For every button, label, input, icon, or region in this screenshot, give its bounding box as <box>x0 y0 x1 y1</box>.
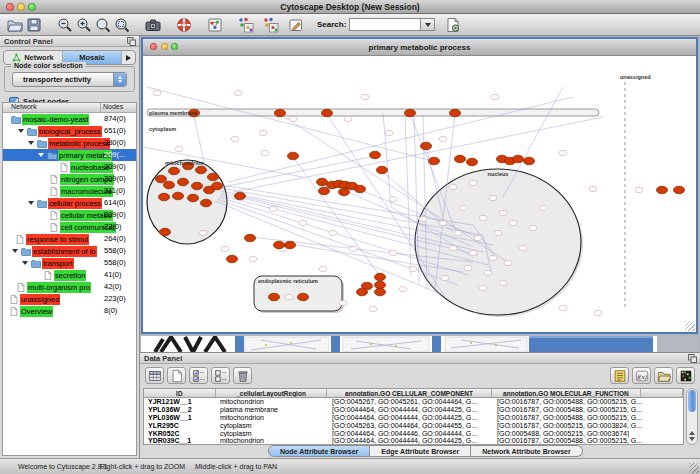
tree-row[interactable]: nitrogen compo209(0) <box>3 173 136 185</box>
selected-network-node[interactable] <box>375 281 386 289</box>
network-node[interactable] <box>441 275 449 280</box>
tree-row[interactable]: multi-organism pro42(0) <box>3 281 136 293</box>
selected-network-node[interactable] <box>285 241 296 249</box>
tree-expand-arrow-icon[interactable] <box>22 261 28 265</box>
zoom-fit-icon[interactable] <box>93 15 112 34</box>
selected-network-node[interactable] <box>421 142 432 150</box>
tree-row[interactable]: nucleobase-209(0) <box>3 161 136 173</box>
tree-row[interactable]: metabolic process280(0) <box>3 137 136 149</box>
network-node[interactable] <box>175 146 183 151</box>
selected-network-node[interactable] <box>275 109 286 117</box>
column-header[interactable]: ID <box>144 389 216 397</box>
search-dropdown-button[interactable] <box>421 18 435 31</box>
tree-row[interactable]: primary metabo209(... <box>3 149 136 161</box>
network-node[interactable] <box>594 310 602 315</box>
selected-network-node[interactable] <box>196 166 207 174</box>
tab-overflow-arrow[interactable] <box>122 51 135 64</box>
selected-network-node[interactable] <box>375 273 386 281</box>
selected-network-node[interactable] <box>245 234 256 242</box>
tree-row[interactable]: response to stimul264(0) <box>3 233 136 245</box>
tab-network-attribute-browser[interactable]: Network Attribute Browser <box>471 445 582 457</box>
network-node[interactable] <box>385 130 393 135</box>
tree-expand-arrow-icon[interactable] <box>12 249 18 253</box>
tab-node-attribute-browser[interactable]: Node Attribute Browser <box>268 445 370 457</box>
selected-network-node[interactable] <box>317 178 328 186</box>
attribute-matrix-icon[interactable] <box>676 367 695 384</box>
column-header[interactable]: annotation.GO CELLULAR_COMPONENT <box>327 389 491 397</box>
network-node[interactable] <box>499 210 507 215</box>
tree-row[interactable]: cellular metabo209(0) <box>3 209 136 221</box>
tree-row[interactable]: cellular process614(0) <box>3 197 136 209</box>
selected-network-node[interactable] <box>455 155 466 163</box>
network-node[interactable] <box>344 116 352 121</box>
network-node[interactable] <box>339 300 347 305</box>
selected-network-node[interactable] <box>298 293 309 301</box>
selected-network-node[interactable] <box>160 228 171 236</box>
network-node[interactable] <box>369 306 377 311</box>
network-node[interactable] <box>269 206 277 211</box>
network-node[interactable] <box>399 286 407 291</box>
network-node[interactable] <box>464 265 472 270</box>
network-node[interactable] <box>479 285 487 290</box>
network-node[interactable] <box>409 266 417 271</box>
network-node[interactable] <box>469 180 477 185</box>
selected-network-node[interactable] <box>357 288 368 296</box>
selected-network-node[interactable] <box>355 185 366 193</box>
snapshot-camera-icon[interactable] <box>143 15 162 34</box>
tree-row[interactable]: cell communicat22(0) <box>3 221 136 233</box>
scrollbar-thumb[interactable] <box>688 390 696 412</box>
selected-network-node[interactable] <box>208 173 219 181</box>
network-node[interactable] <box>261 150 269 155</box>
network-node[interactable] <box>231 136 239 141</box>
network-canvas[interactable]: plasma membranecytoplasmmitochondrionnuc… <box>143 57 696 332</box>
network-node[interactable] <box>504 260 512 265</box>
function-builder-icon[interactable]: f(x) <box>632 367 651 384</box>
tree-column-nodes[interactable]: Nodes <box>100 103 136 112</box>
network-node[interactable] <box>519 245 527 250</box>
network-node[interactable] <box>449 184 457 189</box>
network-node[interactable] <box>389 250 397 255</box>
selected-network-node[interactable] <box>524 157 535 165</box>
unselect-attributes-icon[interactable] <box>211 367 230 384</box>
network-node[interactable] <box>459 205 467 210</box>
selected-network-node[interactable] <box>164 181 175 189</box>
tree-column-network[interactable]: Network <box>3 103 100 112</box>
selected-network-node[interactable] <box>288 152 299 160</box>
network-node[interactable] <box>329 230 337 235</box>
tree-expand-arrow-icon[interactable] <box>28 201 34 205</box>
network-node[interactable] <box>489 195 497 200</box>
tree-expand-arrow-icon[interactable] <box>38 153 44 157</box>
tree-row[interactable]: establishment of lo558(0) <box>3 245 136 257</box>
node-color-dropdown[interactable]: transporter activity <box>12 72 127 87</box>
selected-network-node[interactable] <box>269 293 280 301</box>
scroll-up-icon[interactable] <box>689 431 695 435</box>
selected-network-node[interactable] <box>405 109 416 117</box>
network-node[interactable] <box>199 230 207 235</box>
network-node[interactable] <box>484 270 492 275</box>
network-node[interactable] <box>249 256 257 261</box>
table-row[interactable]: YDR039C__1mitochondrion[GO:0044464, GO:0… <box>144 437 683 445</box>
selected-network-node[interactable] <box>173 192 184 200</box>
network-node[interactable] <box>499 280 507 285</box>
table-row[interactable]: YLR295Ccytoplasm[GO:0045263, GO:0044464,… <box>144 422 683 430</box>
float-panel-icon[interactable] <box>688 354 697 363</box>
selected-network-node[interactable] <box>450 109 461 117</box>
scroll-down-icon[interactable] <box>689 437 695 441</box>
tree-row[interactable]: biological_process651(0) <box>3 125 136 137</box>
zoom-out-icon[interactable] <box>55 15 74 34</box>
selected-network-node[interactable] <box>513 155 524 163</box>
network-node[interactable] <box>479 215 487 220</box>
network-node[interactable] <box>439 220 447 225</box>
network-node[interactable] <box>389 196 397 201</box>
network-node[interactable] <box>419 216 427 221</box>
selected-network-node[interactable] <box>375 288 386 296</box>
tree-expand-arrow-icon[interactable] <box>18 129 24 133</box>
save-icon[interactable] <box>24 15 43 34</box>
selected-network-node[interactable] <box>370 151 381 159</box>
delete-attribute-icon[interactable] <box>233 367 252 384</box>
network-node[interactable] <box>449 245 457 250</box>
tree-row[interactable]: transport558(0) <box>3 257 136 269</box>
selected-network-node[interactable] <box>212 182 223 190</box>
selected-network-node[interactable] <box>274 241 285 249</box>
network-node[interactable] <box>234 90 242 95</box>
